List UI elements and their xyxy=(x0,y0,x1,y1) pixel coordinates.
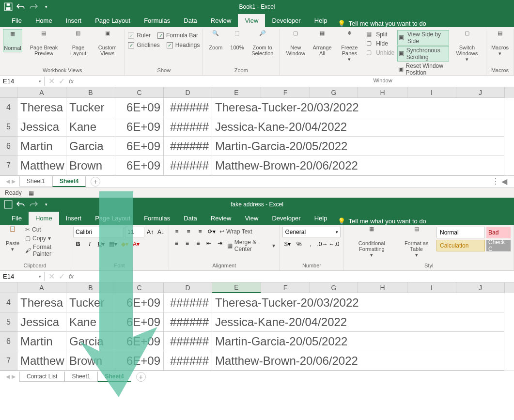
cell-style-normal[interactable]: Normal xyxy=(436,227,485,238)
col-header-A[interactable]: A xyxy=(17,87,66,98)
split-button[interactable]: ▤Split xyxy=(365,30,395,39)
tell-me-2[interactable]: 💡 Tell me what you want to do xyxy=(334,218,430,225)
col-header-A[interactable]: A xyxy=(17,282,66,293)
cell[interactable]: Matthew xyxy=(17,351,66,371)
grid-1[interactable]: ABCDEFGHIJ4TheresaTucker6E+09######There… xyxy=(0,87,514,175)
view-side-by-side-button[interactable]: ▣View Side by Side xyxy=(397,30,449,46)
tab-view[interactable]: View xyxy=(238,14,265,27)
sheet-nav-prev-icon[interactable]: ◀ xyxy=(6,373,10,380)
undo-icon[interactable] xyxy=(16,2,25,11)
cell[interactable]: ###### xyxy=(164,312,212,332)
align-left-icon[interactable]: ≡ xyxy=(172,238,181,248)
col-header-B[interactable]: B xyxy=(66,87,115,98)
name-box-1[interactable]: E14▾ xyxy=(0,77,45,86)
cell[interactable]: Jessica xyxy=(17,117,66,137)
decrease-indent-icon[interactable]: ⇤ xyxy=(204,238,213,248)
col-header-B[interactable]: B xyxy=(66,282,115,293)
cell[interactable]: Martin-Garcia-20/05/2022 xyxy=(212,137,456,156)
currency-icon[interactable]: $▾ xyxy=(282,239,292,249)
col-header-H[interactable]: H xyxy=(358,282,407,293)
tab-home-2[interactable]: Home xyxy=(29,212,59,225)
name-box-2[interactable]: E14▾ xyxy=(0,272,45,281)
sheet-tab-sheet4[interactable]: Sheet4 xyxy=(52,176,86,187)
sheet-nav-next-icon[interactable]: ▶ xyxy=(12,373,16,380)
cut-button[interactable]: ✂Cut xyxy=(24,226,67,233)
cell[interactable]: 6E+09 xyxy=(115,117,164,137)
fx-icon[interactable]: fx xyxy=(69,273,74,280)
zoom-button[interactable]: 🔍Zoom xyxy=(206,29,225,51)
cancel-icon[interactable]: ✕ xyxy=(48,272,55,281)
cell[interactable]: ###### xyxy=(164,351,212,371)
col-header-E[interactable]: E xyxy=(212,87,261,98)
cell-style-check-cell[interactable]: Check C xyxy=(486,240,511,251)
tab-formulas-2[interactable]: Formulas xyxy=(137,212,177,225)
format-painter-button[interactable]: 🖌Format Painter xyxy=(24,243,67,258)
tab-file[interactable]: File xyxy=(5,14,29,27)
comma-icon[interactable]: , xyxy=(306,239,315,249)
tab-help-2[interactable]: Help xyxy=(308,212,334,225)
cell[interactable]: Martin xyxy=(17,332,66,351)
align-top-icon[interactable]: ≡ xyxy=(172,227,182,236)
reset-position-button[interactable]: ▣Reset Window Position xyxy=(397,62,449,77)
align-bottom-icon[interactable]: ≡ xyxy=(195,227,205,236)
tell-me-1[interactable]: 💡 Tell me what you want to do xyxy=(334,20,430,27)
tab-review-2[interactable]: Review xyxy=(204,212,238,225)
hide-button[interactable]: ▢Hide xyxy=(365,39,395,48)
cell[interactable]: Matthew xyxy=(17,156,66,175)
add-sheet-button[interactable]: + xyxy=(91,177,100,187)
sheet-nav-next-icon[interactable]: ▶ xyxy=(12,178,16,185)
cell[interactable] xyxy=(456,351,504,371)
decrease-font-icon[interactable]: A↓ xyxy=(156,227,166,237)
wrap-text-button[interactable]: ↩Wrap Text xyxy=(218,227,253,236)
qat-dropdown-icon[interactable]: ▾ xyxy=(42,200,50,209)
col-header-I[interactable]: I xyxy=(407,282,456,293)
cell[interactable]: Brown xyxy=(66,156,115,175)
row-header[interactable]: 6 xyxy=(0,332,17,351)
row-header[interactable]: 7 xyxy=(0,351,17,371)
paste-button[interactable]: 📋Paste▾ xyxy=(3,225,22,253)
cell[interactable] xyxy=(456,117,504,137)
decrease-decimal-icon[interactable]: ←.0 xyxy=(329,239,339,249)
cell[interactable]: 6E+09 xyxy=(115,351,164,371)
align-center-icon[interactable]: ≡ xyxy=(183,238,191,248)
switch-windows-button[interactable]: ▢Switch Windows▾ xyxy=(451,29,483,63)
page-layout-button[interactable]: ▥Page Layout xyxy=(65,29,91,57)
border-button[interactable]: ▦▾ xyxy=(108,239,118,249)
cell[interactable]: Martin-Garcia-20/05/2022 xyxy=(212,332,456,351)
tab-developer-2[interactable]: Developer xyxy=(265,212,307,225)
cell[interactable]: Kane xyxy=(66,117,115,137)
cell[interactable]: Martin xyxy=(17,137,66,156)
col-header-E[interactable]: E xyxy=(212,282,261,293)
increase-indent-icon[interactable]: ⇥ xyxy=(215,238,224,248)
row-header[interactable]: 5 xyxy=(0,117,17,137)
sync-scroll-button[interactable]: ▣Synchronous Scrolling xyxy=(397,46,449,62)
freeze-panes-button[interactable]: ❄Freeze Panes▾ xyxy=(336,29,364,63)
sheet-nav-prev-icon[interactable]: ◀ xyxy=(6,178,10,185)
sheet-tab-sheet1-2[interactable]: Sheet1 xyxy=(64,372,97,382)
cell[interactable]: Jessica-Kane-20/04/2022 xyxy=(212,312,456,332)
copy-button[interactable]: ▢Copy ▾ xyxy=(24,234,67,242)
tab-page-layout[interactable]: Page Layout xyxy=(88,14,137,27)
tab-data-2[interactable]: Data xyxy=(177,212,203,225)
new-window-button[interactable]: ▢New Window xyxy=(282,29,309,57)
cell[interactable]: ###### xyxy=(164,98,212,117)
cell[interactable]: ###### xyxy=(164,137,212,156)
unhide-button[interactable]: ▢Unhide xyxy=(365,48,395,57)
zoom-selection-button[interactable]: 🔎Zoom to Selection xyxy=(249,29,276,57)
sheet-tab-sheet1[interactable]: Sheet1 xyxy=(19,176,52,187)
format-as-table-button[interactable]: ▤Format as Table▾ xyxy=(398,225,435,259)
align-middle-icon[interactable]: ≡ xyxy=(184,227,193,236)
cell[interactable]: 6E+09 xyxy=(115,137,164,156)
tab-formulas[interactable]: Formulas xyxy=(137,14,177,27)
percent-icon[interactable]: % xyxy=(294,239,304,249)
col-header-F[interactable]: F xyxy=(261,282,310,293)
number-format-select[interactable]: General▾ xyxy=(282,227,341,237)
cell[interactable]: 6E+09 xyxy=(115,312,164,332)
cell[interactable]: ###### xyxy=(164,117,212,137)
cell[interactable] xyxy=(456,156,504,175)
col-header-G[interactable]: G xyxy=(310,282,358,293)
col-header-C[interactable]: C xyxy=(115,87,164,98)
cell[interactable] xyxy=(456,293,504,312)
fill-color-button[interactable]: ◆▾ xyxy=(120,239,129,249)
row-header[interactable]: 6 xyxy=(0,137,17,156)
